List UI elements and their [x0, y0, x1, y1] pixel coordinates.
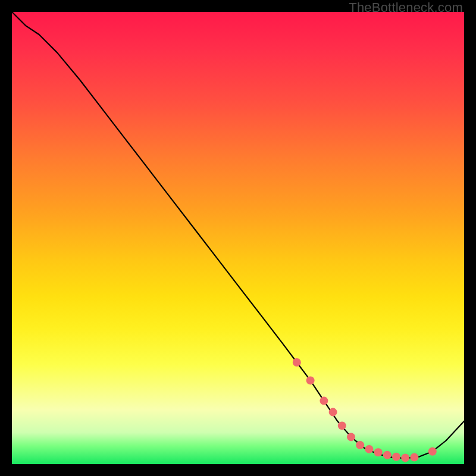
marker-dot [392, 453, 400, 461]
marker-dot [320, 397, 328, 405]
chart-frame: TheBottleneck.com [0, 0, 476, 476]
marker-dot [383, 451, 392, 459]
marker-dot [338, 421, 346, 430]
marker-dot [293, 358, 301, 367]
marker-dot [365, 445, 373, 453]
marker-dot [401, 453, 409, 462]
marker-dot [374, 448, 383, 456]
marker-dot [306, 376, 315, 384]
plot-area [12, 12, 464, 464]
marker-dot [410, 453, 418, 462]
bottleneck-curve [12, 12, 464, 458]
marker-cluster [293, 358, 437, 462]
marker-dot [428, 447, 437, 456]
curve-svg [12, 12, 464, 464]
marker-dot [347, 433, 355, 441]
marker-dot [329, 408, 337, 416]
marker-dot [356, 441, 364, 449]
